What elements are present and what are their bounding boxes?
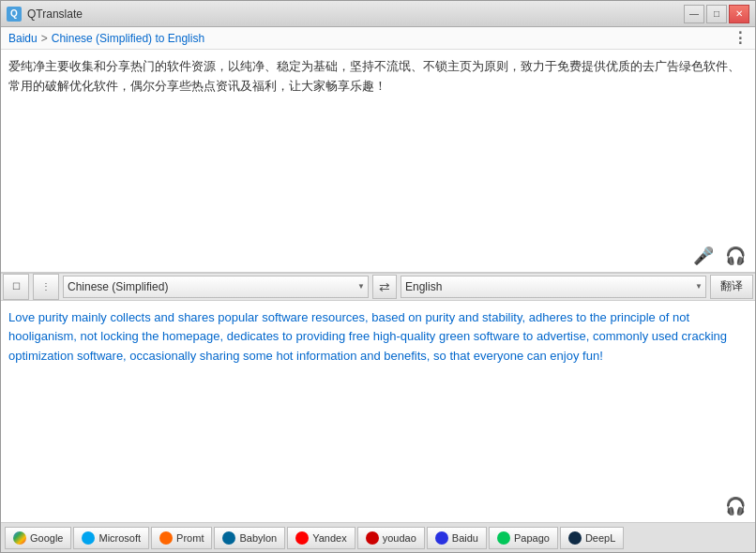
breadcrumb-source[interactable]: Baidu — [8, 32, 38, 45]
app-title: QTranslate — [27, 7, 83, 21]
source-options-button[interactable]: ⋮ — [33, 274, 59, 300]
engine-microsoft-button[interactable]: Microsoft — [73, 527, 149, 549]
source-clear-button[interactable]: ☐ — [3, 274, 29, 300]
source-text[interactable]: 爱纯净主要收集和分享热门的软件资源，以纯净、稳定为基础，坚持不流氓、不锁主页为原… — [1, 50, 755, 272]
engine-google-button[interactable]: Google — [5, 527, 71, 549]
deepl-icon — [568, 531, 582, 545]
engine-baidu-label: Baidu — [452, 532, 478, 544]
breadcrumb: Baidu > Chinese (Simplified) to English — [8, 32, 204, 45]
swap-languages-button[interactable]: ⇄ — [372, 275, 397, 299]
engine-deepl-label: DeepL — [585, 532, 615, 544]
engine-google-label: Google — [30, 532, 63, 544]
breadcrumb-separator: > — [41, 32, 48, 45]
target-language-select[interactable]: English — [401, 276, 706, 298]
translate-button[interactable]: 翻译 — [710, 275, 753, 299]
engine-youdao-button[interactable]: youdao — [357, 527, 425, 549]
result-panel: Love purity mainly collects and shares p… — [1, 301, 755, 523]
papago-icon — [497, 531, 510, 545]
engine-yandex-button[interactable]: Yandex — [287, 527, 355, 549]
source-language-wrap: Chinese (Simplified) — [63, 276, 369, 298]
promt-icon — [159, 531, 173, 545]
engine-papago-button[interactable]: Papago — [489, 527, 558, 549]
source-language-select[interactable]: Chinese (Simplified) — [63, 276, 369, 298]
engine-promt-label: Promt — [176, 532, 204, 544]
target-language-wrap: English — [401, 276, 706, 298]
microphone-icon[interactable]: 🎤 — [693, 246, 714, 266]
more-options-button[interactable]: ⋮ — [733, 31, 748, 46]
engine-babylon-button[interactable]: Babylon — [214, 527, 285, 549]
babylon-icon — [222, 531, 235, 545]
google-icon — [13, 531, 26, 545]
minimize-button[interactable]: — — [684, 5, 704, 23]
content-area: Baidu > Chinese (Simplified) to English … — [1, 27, 755, 552]
engine-deepl-button[interactable]: DeepL — [560, 527, 624, 549]
window-controls: — □ ✕ — [684, 5, 749, 23]
engine-promt-button[interactable]: Promt — [151, 527, 212, 549]
yandex-icon — [295, 531, 309, 545]
result-icons: 🎧 — [725, 496, 746, 516]
baidu-icon — [435, 531, 448, 545]
engine-baidu-button[interactable]: Baidu — [427, 527, 487, 549]
breadcrumb-bar: Baidu > Chinese (Simplified) to English … — [1, 27, 755, 50]
close-button[interactable]: ✕ — [729, 5, 749, 23]
source-icons: 🎤 🎧 — [693, 246, 746, 266]
engine-bar: Google Microsoft Promt Babylon Yandex yo… — [1, 522, 755, 552]
source-panel: 爱纯净主要收集和分享热门的软件资源，以纯净、稳定为基础，坚持不流氓、不锁主页为原… — [1, 50, 755, 273]
maximize-button[interactable]: □ — [706, 5, 727, 23]
engine-yandex-label: Yandex — [312, 532, 347, 544]
engine-microsoft-label: Microsoft — [98, 532, 141, 544]
engine-babylon-label: Babylon — [239, 532, 277, 544]
result-text[interactable]: Love purity mainly collects and shares p… — [1, 301, 755, 495]
breadcrumb-path[interactable]: Chinese (Simplified) to English — [52, 32, 204, 45]
result-audio-icon[interactable]: 🎧 — [725, 497, 746, 516]
engine-youdao-label: youdao — [383, 532, 416, 544]
headphone-icon[interactable]: 🎧 — [725, 246, 746, 266]
title-bar-left: Q QTranslate — [7, 7, 83, 22]
language-bar: ☐ ⋮ Chinese (Simplified) ⇄ English 翻译 — [1, 273, 755, 301]
microsoft-icon — [82, 531, 95, 545]
engine-papago-label: Papago — [514, 532, 550, 544]
title-bar: Q QTranslate — □ ✕ — [1, 1, 755, 27]
app-window: Q QTranslate — □ ✕ Baidu > Chinese (Simp… — [0, 0, 756, 553]
youdao-icon — [366, 531, 379, 545]
result-content: Love purity mainly collects and shares p… — [8, 310, 727, 364]
app-icon: Q — [7, 7, 22, 22]
